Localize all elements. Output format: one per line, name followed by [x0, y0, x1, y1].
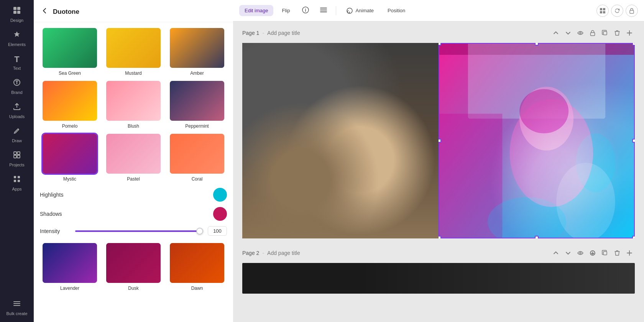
svg-point-47	[519, 87, 573, 150]
grid-icon-button[interactable]	[596, 5, 609, 17]
page-2-canvas[interactable]	[242, 263, 635, 294]
svg-rect-10	[18, 176, 20, 178]
svg-point-31	[350, 84, 375, 115]
panel-back-button[interactable]	[40, 6, 49, 17]
nav-item-projects[interactable]: Projects	[3, 148, 31, 170]
intensity-input[interactable]: 100	[208, 226, 227, 236]
page-1-add-button[interactable]	[624, 28, 635, 38]
page-2-title-input[interactable]	[267, 250, 334, 256]
page-1-down-button[interactable]	[563, 28, 573, 38]
page-2-visibility-button[interactable]	[575, 248, 586, 258]
filter-thumb-mustard[interactable]	[105, 27, 162, 69]
page-2-delete-button[interactable]	[612, 248, 623, 258]
page-1-label: Page 1	[242, 30, 259, 36]
page-1-up-button[interactable]	[550, 28, 561, 38]
svg-point-49	[556, 163, 615, 238]
svg-point-30	[317, 85, 344, 118]
filter-label-dawn: Dawn	[191, 286, 203, 291]
page-2-up-button[interactable]	[550, 248, 561, 258]
shadows-row: Shadows	[40, 207, 227, 221]
filter-thumb-pomelo[interactable]	[41, 80, 98, 122]
nav-item-bulk-create[interactable]: Bulk create	[3, 296, 31, 319]
handle-middle-left[interactable]	[439, 139, 441, 143]
page-1-canvas-wrapper: ↻	[242, 43, 635, 238]
handle-top-right[interactable]	[632, 43, 635, 46]
filter-label-lavender: Lavender	[60, 286, 79, 291]
filter-thumb-amber[interactable]	[169, 27, 225, 69]
handle-top-left[interactable]	[439, 43, 441, 46]
filter-item-dusk[interactable]: Dusk	[104, 242, 163, 291]
controls-section: Highlights Shadows Intensity 100	[40, 188, 227, 236]
page-1-delete-button[interactable]	[612, 28, 623, 38]
nav-item-text[interactable]: T Text	[3, 51, 31, 74]
nav-item-uploads[interactable]: Uploads	[3, 99, 31, 122]
filter-thumb-lavender[interactable]	[41, 242, 98, 284]
page-1-title-input[interactable]	[267, 30, 334, 36]
svg-rect-3	[17, 11, 20, 14]
filter-item-sea-green[interactable]: Sea Green	[40, 27, 100, 76]
filter-thumb-dusk[interactable]	[105, 242, 162, 284]
filter-item-mystic[interactable]: Mystic	[40, 133, 100, 182]
handle-top-center[interactable]	[535, 43, 539, 46]
replace-icon-button[interactable]	[611, 5, 623, 17]
nav-item-apps[interactable]: Apps	[3, 172, 31, 194]
filter-item-blush[interactable]: Blush	[104, 80, 163, 129]
page-2-copy-button[interactable]	[600, 248, 610, 258]
filter-item-pomelo[interactable]: Pomelo	[40, 80, 100, 129]
page-2-add-button[interactable]	[624, 248, 635, 258]
svg-point-20	[580, 32, 581, 34]
svg-rect-45	[468, 43, 605, 118]
filter-item-amber[interactable]: Amber	[167, 27, 227, 76]
handle-middle-right[interactable]	[632, 139, 635, 143]
filter-thumb-coral[interactable]	[169, 133, 225, 175]
position-button[interactable]: Position	[382, 5, 411, 16]
filter-thumb-blush[interactable]	[105, 80, 162, 122]
filter-thumb-dawn[interactable]	[169, 242, 225, 284]
info-button[interactable]	[298, 4, 313, 17]
lock-icon-button[interactable]	[626, 5, 638, 17]
filter-thumb-sea-green[interactable]	[41, 27, 98, 69]
top-toolbar: Edit image Flip Animate Position	[233, 0, 644, 21]
svg-point-32	[337, 111, 358, 127]
flip-button[interactable]: Flip	[276, 5, 295, 16]
page-2-label: Page 2	[242, 250, 259, 256]
nav-item-design[interactable]: Design	[3, 3, 31, 26]
shadows-color-picker[interactable]	[213, 207, 227, 221]
intensity-label: Intensity	[40, 228, 71, 234]
filter-item-pastel[interactable]: Pastel	[104, 133, 163, 182]
filter-item-mustard[interactable]: Mustard	[104, 27, 163, 76]
highlights-label: Highlights	[40, 192, 63, 198]
page-1-visibility-button[interactable]	[575, 28, 586, 38]
svg-rect-8	[17, 155, 20, 158]
filter-item-peppermint[interactable]: Peppermint	[167, 80, 227, 129]
uploads-icon	[13, 102, 21, 113]
handle-bottom-left[interactable]	[439, 236, 441, 238]
highlights-color-picker[interactable]	[213, 188, 227, 202]
filter-thumb-peppermint[interactable]	[169, 80, 225, 122]
page-2-thumbnail	[242, 263, 635, 294]
nav-item-elements[interactable]: Elements	[3, 27, 31, 50]
filter-item-lavender[interactable]: Lavender	[40, 242, 100, 291]
page-1-lock-button[interactable]	[587, 28, 598, 38]
handle-bottom-center[interactable]	[535, 236, 539, 238]
handle-bottom-right[interactable]	[632, 236, 635, 238]
panel-content: Sea Green Mustard Amber Pomelo	[34, 22, 233, 322]
page-2-lock-button[interactable]	[587, 248, 598, 258]
filter-thumb-mystic[interactable]	[41, 133, 98, 175]
nav-item-draw[interactable]: Draw	[3, 123, 31, 146]
svg-rect-21	[591, 33, 595, 36]
page-2-down-button[interactable]	[563, 248, 573, 258]
animate-button[interactable]: Animate	[341, 5, 379, 17]
svg-point-33	[343, 112, 353, 118]
page-1-copy-button[interactable]	[600, 28, 610, 38]
filter-label-amber: Amber	[190, 71, 204, 76]
duotone-panel: Duotone Sea Green Mustard Ambe	[34, 0, 233, 322]
page-1-canvas[interactable]: ↻	[242, 43, 635, 238]
filter-thumb-pastel[interactable]	[105, 133, 162, 175]
menu-button[interactable]	[316, 5, 331, 16]
filter-item-dawn[interactable]: Dawn	[167, 242, 227, 291]
intensity-slider-thumb[interactable]	[196, 228, 203, 235]
edit-image-button[interactable]: Edit image	[239, 5, 273, 16]
filter-item-coral[interactable]: Coral	[167, 133, 227, 182]
nav-item-brand[interactable]: Brand	[3, 75, 31, 98]
